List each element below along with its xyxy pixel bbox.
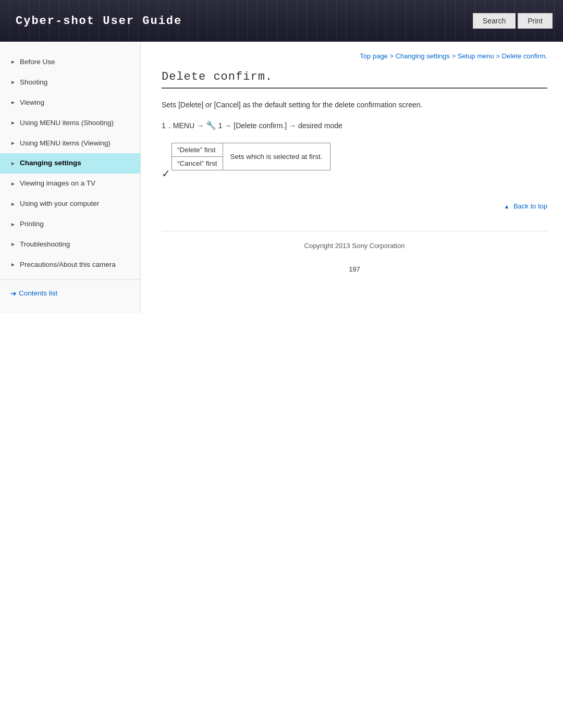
- print-button[interactable]: Print: [518, 13, 553, 29]
- header: Cyber-shot User Guide Search Print: [0, 0, 563, 42]
- check-icon-area: ✓: [162, 149, 172, 180]
- header-actions: Search Print: [473, 13, 563, 29]
- sidebar-item-before-use[interactable]: ► Before Use: [0, 52, 140, 72]
- app-title: Cyber-shot User Guide: [0, 15, 182, 28]
- chevron-right-icon: ►: [10, 79, 16, 86]
- breadcrumb-sep3: >: [496, 52, 501, 60]
- settings-table-container: ✓ “Delete” first Sets which is selected …: [162, 143, 547, 186]
- footer: Copyright 2013 Sony Corporation: [162, 231, 547, 260]
- table-row-delete: “Delete” first Sets which is selected at…: [172, 143, 331, 156]
- checkmark-icon: ✓: [162, 167, 170, 180]
- page-description: Sets [Delete] or [Cancel] as the default…: [162, 99, 547, 110]
- chevron-right-icon: ►: [10, 140, 16, 147]
- sidebar-item-viewing[interactable]: ► Viewing: [0, 93, 140, 113]
- chevron-right-icon: ►: [10, 201, 16, 208]
- breadcrumb-sep1: >: [389, 52, 395, 60]
- arrow-right-icon: ➔: [10, 289, 17, 298]
- sidebar-item-shooting[interactable]: ► Shooting: [0, 72, 140, 93]
- chevron-right-icon: ►: [10, 119, 16, 127]
- main-layout: ► Before Use ► Shooting ► Viewing ► Usin…: [0, 42, 563, 313]
- sidebar-item-viewing-images-tv[interactable]: ► Viewing images on a TV: [0, 174, 140, 194]
- sidebar-item-using-menu-shooting[interactable]: ► Using MENU items (Shooting): [0, 113, 140, 133]
- contents-list-link[interactable]: ➔ Contents list: [0, 284, 140, 303]
- back-to-top-link[interactable]: ▲ Back to top: [504, 202, 547, 210]
- instruction-line: 1．MENU → 🔧 1 → [Delete confirm.] → desir…: [162, 119, 547, 132]
- breadcrumb: Top page > Changing settings > Setup men…: [162, 52, 547, 60]
- sidebar-item-using-with-computer[interactable]: ► Using with your computer: [0, 194, 140, 214]
- sidebar-item-using-menu-viewing[interactable]: ► Using MENU items (Viewing): [0, 133, 140, 154]
- breadcrumb-setup-menu[interactable]: Setup menu: [458, 52, 494, 60]
- chevron-right-icon: ►: [10, 221, 16, 228]
- breadcrumb-current: Delete confirm.: [502, 52, 547, 60]
- sidebar-item-changing-settings[interactable]: ► Changing settings: [0, 153, 140, 174]
- breadcrumb-top[interactable]: Top page: [360, 52, 388, 60]
- chevron-right-icon: ►: [10, 261, 16, 268]
- main-content: Top page > Changing settings > Setup men…: [141, 42, 563, 313]
- page-number: 197: [162, 265, 547, 273]
- sidebar-item-printing[interactable]: ► Printing: [0, 214, 140, 235]
- delete-confirm-table: “Delete” first Sets which is selected at…: [172, 143, 331, 170]
- table-description: Sets which is selected at first.: [223, 143, 330, 170]
- search-button[interactable]: Search: [473, 13, 516, 29]
- chevron-right-icon: ►: [10, 99, 16, 106]
- delete-first-label: “Delete” first: [172, 143, 223, 156]
- chevron-right-icon: ►: [10, 180, 16, 188]
- back-to-top-container: ▲ Back to top: [162, 202, 547, 210]
- cancel-first-label: “Cancel” first: [172, 156, 223, 170]
- copyright-text: Copyright 2013 Sony Corporation: [304, 242, 405, 250]
- triangle-up-icon: ▲: [504, 203, 509, 209]
- page-title: Delete confirm.: [162, 70, 547, 89]
- breadcrumb-changing-settings[interactable]: Changing settings: [396, 52, 450, 60]
- breadcrumb-sep2: >: [451, 52, 457, 60]
- sidebar-item-troubleshooting[interactable]: ► Troubleshooting: [0, 235, 140, 255]
- chevron-right-icon: ►: [10, 58, 16, 66]
- wrench-icon: 🔧: [206, 121, 216, 130]
- sidebar-divider: [0, 279, 140, 280]
- chevron-right-icon: ►: [10, 241, 16, 248]
- chevron-right-icon: ►: [10, 160, 16, 167]
- sidebar: ► Before Use ► Shooting ► Viewing ► Usin…: [0, 42, 141, 313]
- sidebar-item-precautions[interactable]: ► Precautions/About this camera: [0, 255, 140, 275]
